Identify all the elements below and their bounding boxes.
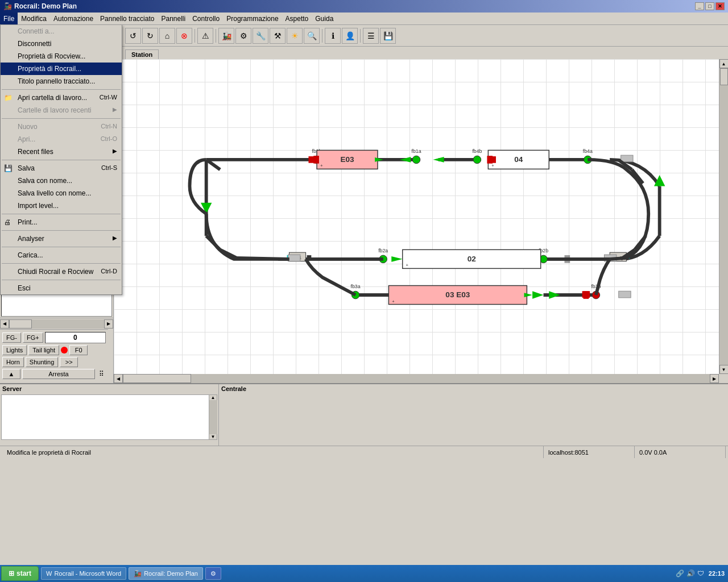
sep5 <box>2 230 121 231</box>
svg-marker-20 <box>400 157 411 163</box>
menu-esci[interactable]: Esci <box>1 282 122 294</box>
horizontal-scrollbar: ◀ ▶ <box>114 374 719 383</box>
menu-apri[interactable]: Apri... Ctrl-O <box>1 133 122 146</box>
toolbar-refresh2[interactable]: ↻ <box>142 28 158 44</box>
toolbar-sun[interactable]: ☀ <box>287 28 303 44</box>
scroll-down-button[interactable]: ▼ <box>719 365 729 374</box>
toolbar-save[interactable]: 💾 <box>380 28 396 44</box>
canvas-area[interactable]: fb1b fb1a fb4b fb4a fb2a <box>114 59 719 374</box>
maximize-button[interactable]: □ <box>705 2 714 10</box>
horn-button[interactable]: Horn <box>2 357 24 367</box>
menu-print[interactable]: 🖨 Print... <box>1 216 122 228</box>
menu-cartelle-recenti[interactable]: Cartelle di lavoro recenti ▶ <box>1 104 122 117</box>
menu-pannello-tracciato[interactable]: Pannello tracciato <box>97 13 158 24</box>
shortcut-ctrl-w: Ctrl-W <box>100 94 117 101</box>
menu-connetti[interactable]: Connetti a... <box>1 25 122 38</box>
word-label: Rocrail - Microsoft Word <box>54 570 121 577</box>
menu-titolo-pannello[interactable]: Titolo pannello tracciato... <box>1 75 122 88</box>
menu-import-level[interactable]: Import level... <box>1 199 122 212</box>
menu-nuovo[interactable]: Nuovo Ctrl-N <box>1 120 122 133</box>
menu-proprieta-rocview[interactable]: Proprietà di Rocview... <box>1 50 122 63</box>
sep7 <box>2 263 121 264</box>
menu-disconnetti[interactable]: Disconnetti <box>1 38 122 50</box>
toolbar-train[interactable]: 🚂 <box>218 28 234 44</box>
menu-modifica[interactable]: Modifica <box>18 13 50 24</box>
up-button[interactable]: ▲ <box>2 369 20 379</box>
server-scroll-up[interactable]: ▲ <box>211 395 216 400</box>
svg-marker-48 <box>524 293 533 297</box>
fg-minus-button[interactable]: FG- <box>2 332 21 343</box>
toolbar-home[interactable]: ⌂ <box>159 28 175 44</box>
close-button[interactable]: ✕ <box>715 2 725 10</box>
shunting-button[interactable]: Shunting <box>26 357 58 367</box>
tray-network: 🔗 <box>676 569 684 577</box>
menu-aspetto[interactable]: Aspetto <box>282 13 312 24</box>
speed-display: 0 <box>45 332 106 343</box>
menu-controllo[interactable]: Controllo <box>189 13 223 24</box>
svg-rect-65 <box>619 291 631 298</box>
toolbar-settings2[interactable]: 🔧 <box>253 28 268 44</box>
menu-salva-livello[interactable]: Salva livello con nome... <box>1 187 122 199</box>
scroll-up-button[interactable]: ▲ <box>719 59 729 68</box>
scroll-thumb[interactable] <box>720 68 728 85</box>
print-icon: 🖨 <box>4 218 11 226</box>
left-scroll-right[interactable]: ▶ <box>104 319 113 329</box>
folder-icon: 📁 <box>4 94 13 102</box>
arrow-icon3: ▶ <box>113 235 117 241</box>
toolbar-info[interactable]: ℹ <box>325 28 341 44</box>
lights-button[interactable]: Lights <box>2 345 27 355</box>
server-panel-scrollbar[interactable]: ▲ ▼ <box>209 395 217 439</box>
toolbar-list[interactable]: ☰ <box>363 28 379 44</box>
rocrail-taskbar-icon: 🚂 <box>134 570 142 577</box>
svg-marker-61 <box>433 157 444 163</box>
h-scroll-left-button[interactable]: ◀ <box>114 374 123 383</box>
tab-station[interactable]: Station <box>125 49 159 59</box>
server-scroll-down[interactable]: ▼ <box>211 434 216 439</box>
svg-text:fb3a: fb3a <box>351 284 361 289</box>
menu-apri-cartella[interactable]: 📁 Apri cartella di lavoro... Ctrl-W <box>1 92 122 104</box>
left-scroll-left[interactable]: ◀ <box>0 319 9 329</box>
taskbar-item-extra[interactable]: ⚙ <box>205 567 221 580</box>
f0-button[interactable]: F0 <box>69 345 88 355</box>
toolbar-warning[interactable]: ⚠ <box>197 28 213 44</box>
svg-text:03 E03: 03 E03 <box>445 290 470 299</box>
menu-carica[interactable]: Carica... <box>1 249 122 261</box>
toolbar-zoom[interactable]: 🔍 <box>304 28 320 44</box>
toolbar-tools[interactable]: ⚒ <box>270 28 286 44</box>
toolbar-person[interactable]: 👤 <box>342 28 358 44</box>
menu-file[interactable]: File <box>0 13 18 24</box>
menu-automazione[interactable]: Automazione <box>50 13 97 24</box>
h-scroll-thumb[interactable] <box>123 374 191 383</box>
menu-recent-files[interactable]: Recent files ▶ <box>1 146 122 158</box>
menu-salva-nome[interactable]: Salva con nome... <box>1 174 122 187</box>
scroll-track[interactable] <box>719 68 729 365</box>
forward-button[interactable]: >> <box>60 357 78 367</box>
toolbar-stop[interactable]: ⊗ <box>176 28 192 44</box>
svg-text:04: 04 <box>514 155 523 164</box>
menu-chiudi-rocrail[interactable]: Chiudi Rocrail e Rocview Ctrl-D <box>1 265 122 278</box>
fg-plus-button[interactable]: FG+ <box>23 332 43 343</box>
server-panel-content: ▲ ▼ <box>1 394 217 440</box>
tail-light-indicator <box>61 347 68 354</box>
h-scroll-right-button[interactable]: ▶ <box>710 374 719 383</box>
tail-light-button[interactable]: Tail light <box>28 345 59 355</box>
taskbar-item-word[interactable]: W Rocrail - Microsoft Word <box>41 567 126 580</box>
menu-pannelli[interactable]: Pannelli <box>158 13 189 24</box>
stop-button[interactable]: Arresta <box>22 369 95 379</box>
minimize-button[interactable]: _ <box>695 2 704 10</box>
resize-handle[interactable]: ⠿ <box>97 370 106 378</box>
toolbar-sep1 <box>195 29 195 43</box>
start-button[interactable]: ⊞ start <box>1 566 39 581</box>
left-scroll-thumb[interactable] <box>9 319 32 329</box>
title-bar-controls[interactable]: _ □ ✕ <box>695 2 725 10</box>
menu-guida[interactable]: Guida <box>312 13 337 24</box>
toolbar-refresh1[interactable]: ↺ <box>125 28 141 44</box>
menu-salva[interactable]: 💾 Salva Ctrl-S <box>1 162 122 174</box>
taskbar-item-rocrail[interactable]: 🚂 Rocrail: Demo Plan <box>129 567 203 580</box>
h-scroll-track[interactable] <box>123 374 710 383</box>
centrale-panel: Centrale <box>219 384 728 446</box>
menu-proprieta-rocrail[interactable]: Proprietà di Rocrail... <box>1 63 122 75</box>
menu-analyser[interactable]: Analyser ▶ <box>1 232 122 245</box>
toolbar-settings1[interactable]: ⚙ <box>235 28 251 44</box>
menu-programmazione[interactable]: Programmazione <box>223 13 282 24</box>
